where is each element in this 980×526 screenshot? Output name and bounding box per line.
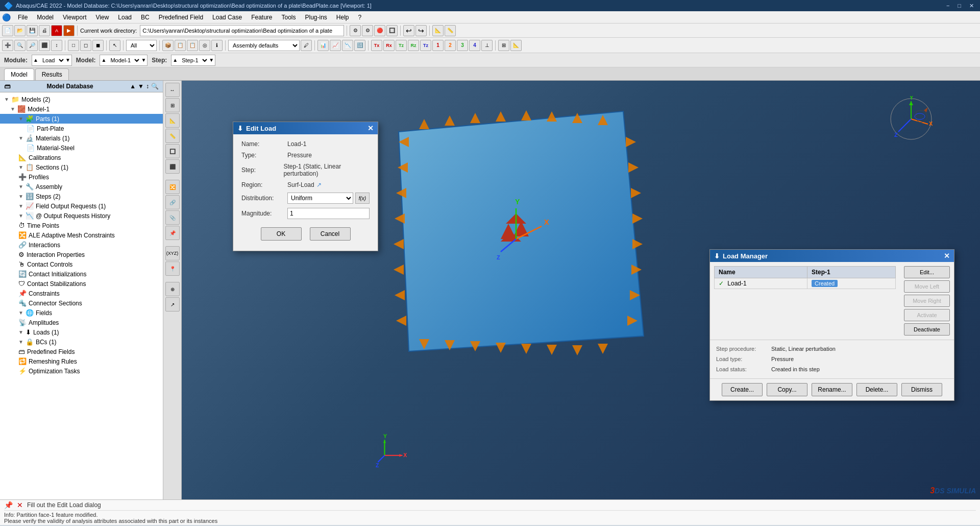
edit-load-close-btn[interactable]: ✕ <box>368 124 374 132</box>
menu-viewport[interactable]: Viewport <box>59 13 90 22</box>
tb2-x1[interactable]: Tx <box>371 40 382 51</box>
tb2-a4[interactable]: ◎ <box>199 40 210 51</box>
tree-models[interactable]: ▼ 📁 Models (2) <box>0 94 163 104</box>
menu-plugins[interactable]: Plug-ins <box>301 13 331 22</box>
vtb-7[interactable]: 🔀 <box>165 180 180 194</box>
tb-t2[interactable]: 📏 <box>445 25 456 36</box>
tree-contact-stab[interactable]: 🛡 Contact Stabilizations <box>0 279 163 289</box>
tree-field-output[interactable]: ▼ 📈 Field Output Requests (1) <box>0 201 163 211</box>
menu-help[interactable]: Help <box>332 13 353 22</box>
tb2-resize[interactable]: ↕ <box>51 40 62 51</box>
tb2-zoom2[interactable]: 🔎 <box>27 40 38 51</box>
tree-loads[interactable]: ▼ ⬇ Loads (1) <box>0 327 163 337</box>
menu-feature[interactable]: Feature <box>247 13 276 22</box>
vtb-11[interactable]: (XYZ) <box>165 246 180 260</box>
menu-tools[interactable]: Tools <box>277 13 300 22</box>
tree-material-steel[interactable]: 📄 Material-Steel <box>0 143 163 153</box>
tb2-add[interactable]: ➕ <box>2 40 13 51</box>
deactivate-btn[interactable]: Deactivate <box>904 323 950 336</box>
tree-optimization[interactable]: ⚡ Optimization Tasks <box>0 366 163 376</box>
load-manager-close-btn[interactable]: ✕ <box>944 252 950 260</box>
tb-save[interactable]: 💾 <box>27 25 38 36</box>
tb-s4[interactable]: 🔲 <box>386 25 398 36</box>
tb2-x3[interactable]: Tz <box>396 40 407 51</box>
tree-interaction-props[interactable]: ⚙ Interaction Properties <box>0 250 163 259</box>
tree-bcs[interactable]: ▼ 🔒 BCs (1) <box>0 337 163 347</box>
tree-sections[interactable]: ▼ 📋 Sections (1) <box>0 162 163 172</box>
create-btn[interactable]: Create... <box>722 383 763 396</box>
tb2-c3[interactable]: 📉 <box>342 40 353 51</box>
vtb-2[interactable]: ⊞ <box>165 98 180 112</box>
tree-constraints[interactable]: 📌 Constraints <box>0 289 163 298</box>
model-up-btn[interactable]: ▲ <box>101 57 106 63</box>
menu-bc[interactable]: BC <box>137 13 154 22</box>
module-down-btn[interactable]: ▼ <box>65 57 70 63</box>
tb2-c4[interactable]: 🔢 <box>354 40 365 51</box>
table-row[interactable]: ✓ Load-1 Created <box>715 278 896 289</box>
menu-load-case[interactable]: Load Case <box>208 13 246 22</box>
tb-undo[interactable]: ↩ <box>403 25 414 36</box>
tb-redo[interactable]: ↪ <box>415 25 427 36</box>
vtb-8[interactable]: 🔗 <box>165 195 180 209</box>
vtb-5[interactable]: 🔲 <box>165 144 180 158</box>
menu-load[interactable]: Load <box>114 13 136 22</box>
menu-question[interactable]: ? <box>354 13 366 22</box>
tree-ale[interactable]: 🔀 ALE Adaptive Mesh Constraints <box>0 230 163 240</box>
tb2-wire[interactable]: ◻ <box>80 40 91 51</box>
tb-s2[interactable]: ⚙ <box>362 25 373 36</box>
edit-btn[interactable]: Edit... <box>904 266 950 278</box>
tree-filter[interactable]: 🔍 <box>151 83 159 90</box>
activate-btn[interactable]: Activate <box>904 309 950 321</box>
tb2-b1[interactable]: 🖊 <box>301 40 312 51</box>
move-right-btn[interactable]: Move Right <box>904 295 950 307</box>
filter-dropdown[interactable]: All <box>126 40 157 51</box>
model-select[interactable]: Model-1 <box>106 55 141 66</box>
tb2-shade[interactable]: ◼ <box>92 40 104 51</box>
tab-results[interactable]: Results <box>35 68 69 80</box>
tb-print[interactable]: 🖨 <box>39 25 50 36</box>
tb2-d1[interactable]: ⊞ <box>498 40 509 51</box>
tb2-fit[interactable]: ⬛ <box>39 40 50 51</box>
tb-open[interactable]: 📂 <box>14 25 26 36</box>
vtb-1[interactable]: ↔ <box>165 83 180 97</box>
move-left-btn[interactable]: Move Left <box>904 280 950 293</box>
tree-time-points[interactable]: ⏱ Time Points <box>0 221 163 230</box>
menu-model[interactable]: Model <box>33 13 58 22</box>
tb2-c2[interactable]: 📈 <box>330 40 341 51</box>
vtb-10[interactable]: 📌 <box>165 226 180 240</box>
dismiss-btn[interactable]: Dismiss <box>901 383 942 396</box>
delete-btn[interactable]: Delete... <box>856 383 897 396</box>
tb2-n4[interactable]: 4 <box>469 40 480 51</box>
minimize-btn[interactable]: − <box>944 3 951 9</box>
tree-calibrations[interactable]: 📐 Calibrations <box>0 153 163 162</box>
tb-t1[interactable]: 📐 <box>432 25 444 36</box>
tree-connector-sections[interactable]: 🔩 Connector Sections <box>0 298 163 308</box>
load-status-cell[interactable]: Created <box>807 278 896 289</box>
tree-profiles[interactable]: ➕ Profiles <box>0 172 163 182</box>
tree-steps[interactable]: ▼ 🔢 Steps (2) <box>0 192 163 201</box>
menu-predefined-field[interactable]: Predefined Field <box>155 13 207 22</box>
close-btn[interactable]: ✕ <box>967 3 976 9</box>
fx-button[interactable]: f(x) <box>355 193 370 204</box>
distribution-select[interactable]: Uniform <box>287 193 353 204</box>
viewport[interactable]: X Y Z Y X Z <box>182 81 980 499</box>
ok-button[interactable]: OK <box>261 227 302 241</box>
tb2-a3[interactable]: 📋 <box>187 40 198 51</box>
cwd-input[interactable] <box>140 25 344 36</box>
copy-btn[interactable]: Copy... <box>767 383 807 396</box>
step-select[interactable]: Step-1 <box>178 55 209 66</box>
tree-down-btn[interactable]: ▼ <box>138 83 144 90</box>
step-down-btn[interactable]: ▼ <box>209 57 214 63</box>
tree-interactions[interactable]: 🔗 Interactions <box>0 240 163 250</box>
tab-model[interactable]: Model <box>4 68 34 80</box>
vtb-13[interactable]: ⊕ <box>165 282 180 296</box>
tree-contact-init[interactable]: 🔄 Contact Initializations <box>0 269 163 279</box>
tree-fields[interactable]: ▼ 🌐 Fields <box>0 308 163 318</box>
tb2-a1[interactable]: 📦 <box>162 40 174 51</box>
tree-part-plate[interactable]: 📄 Part-Plate <box>0 124 163 133</box>
tb-s3[interactable]: 🔴 <box>374 25 385 36</box>
tb2-n3[interactable]: 3 <box>457 40 468 51</box>
rename-btn[interactable]: Rename... <box>812 383 852 396</box>
tree-assembly[interactable]: ▼ 🔧 Assembly <box>0 182 163 192</box>
tb2-zoom[interactable]: 🔍 <box>14 40 26 51</box>
